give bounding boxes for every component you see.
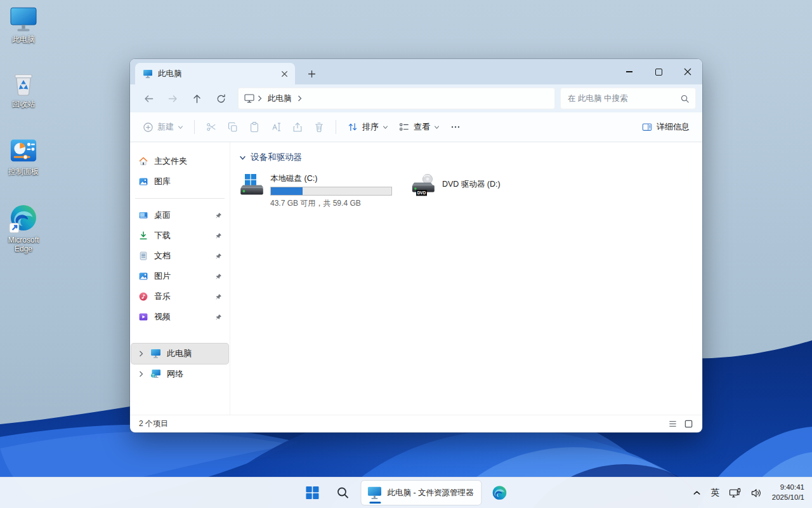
- recycle-bin-icon: [9, 69, 38, 98]
- tray-date: 2025/10/1: [772, 493, 804, 503]
- sidebar-item-videos[interactable]: 视频: [131, 307, 228, 327]
- taskbar: 此电脑 - 文件资源管理器 英 9:40:41 2025/10/1: [0, 477, 812, 508]
- search-box: [560, 88, 696, 109]
- trash-icon: [313, 121, 325, 133]
- view-button[interactable]: 查看: [393, 117, 445, 137]
- ime-indicator[interactable]: 英: [710, 487, 719, 498]
- dvd-drive-icon: DVD: [411, 173, 436, 197]
- breadcrumb-this-pc[interactable]: 此电脑: [265, 92, 294, 105]
- search-input[interactable]: [566, 93, 680, 104]
- chevron-down-icon: [178, 124, 183, 130]
- item-count: 2 个项目: [139, 418, 168, 429]
- tray-time: 9:40:41: [772, 483, 804, 493]
- more-button[interactable]: [445, 117, 466, 137]
- status-bar: 2 个项目: [130, 415, 702, 432]
- back-button[interactable]: [136, 88, 160, 109]
- desktop-icon-edge[interactable]: Microsoft Edge: [1, 203, 46, 254]
- desktop-icon-this-pc[interactable]: 此电脑: [1, 6, 46, 44]
- edge-icon: [492, 485, 508, 501]
- chevron-right-icon[interactable]: [137, 351, 145, 357]
- maximize-button[interactable]: [644, 59, 673, 84]
- breadcrumb[interactable]: 此电脑: [238, 88, 555, 109]
- new-tab-button[interactable]: [301, 64, 322, 84]
- sidebar-item-gallery[interactable]: 图库: [131, 171, 228, 192]
- downloads-icon: [138, 231, 148, 241]
- hard-drive-icon: [239, 173, 265, 209]
- close-icon: [684, 68, 691, 76]
- chevron-down-icon: [434, 124, 440, 130]
- minimize-button[interactable]: [615, 59, 644, 84]
- pin-icon: [215, 273, 222, 280]
- rename-icon: [270, 121, 282, 133]
- drive-c-tile[interactable]: 本地磁盘 (C:) 43.7 GB 可用，共 59.4 GB: [239, 173, 392, 209]
- taskbar-edge-button[interactable]: [487, 480, 513, 505]
- drive-d-tile[interactable]: DVD DVD 驱动器 (D:): [411, 173, 501, 197]
- copy-button[interactable]: [222, 117, 244, 137]
- sidebar-item-music[interactable]: 音乐: [131, 286, 228, 307]
- drive-usage-fill: [271, 187, 303, 195]
- details-pane-button[interactable]: 详细信息: [636, 117, 695, 137]
- sidebar-item-this-pc[interactable]: 此电脑: [131, 344, 228, 364]
- desktop-icon-recycle-bin[interactable]: 回收站: [1, 69, 46, 109]
- desktop-folder-icon: [138, 210, 148, 220]
- desktop-icon-label: 此电脑: [12, 35, 35, 44]
- section-devices-and-drives[interactable]: 设备和驱动器: [239, 152, 693, 163]
- search-button[interactable]: [330, 480, 355, 505]
- dvd-badge: DVD: [417, 190, 426, 195]
- active-app-indicator: [369, 502, 381, 504]
- edge-icon: [8, 203, 39, 234]
- sort-icon: [347, 121, 358, 133]
- desktop-icon-control-panel[interactable]: 控制面板: [1, 136, 46, 176]
- forward-button[interactable]: [160, 88, 185, 109]
- drive-name: 本地磁盘 (C:): [270, 173, 392, 184]
- this-pc-icon: [143, 69, 153, 79]
- pictures-icon: [138, 271, 148, 281]
- sort-button[interactable]: 排序: [342, 117, 393, 137]
- pin-icon: [215, 253, 222, 260]
- rename-button[interactable]: [265, 117, 287, 137]
- sidebar-item-network[interactable]: 网络: [131, 364, 228, 384]
- desktop-icon-label: 控制面板: [8, 167, 39, 176]
- cut-button[interactable]: [200, 117, 222, 137]
- up-button[interactable]: [185, 88, 209, 109]
- content-pane: 设备和驱动器 本地磁盘 (C:): [230, 142, 702, 415]
- view-icon: [398, 121, 410, 133]
- sidebar-item-desktop[interactable]: 桌面: [131, 205, 228, 225]
- cut-icon: [206, 121, 217, 133]
- large-icons-view-toggle[interactable]: [684, 419, 693, 429]
- refresh-button[interactable]: [209, 88, 233, 109]
- search-icon: [336, 486, 350, 500]
- file-explorer-window: 此电脑: [130, 59, 702, 432]
- pin-icon: [215, 314, 222, 321]
- desktop-icon-label: Microsoft Edge: [1, 236, 46, 254]
- sidebar-item-downloads[interactable]: 下载: [131, 225, 228, 246]
- chevron-right-icon[interactable]: [137, 371, 145, 377]
- taskbar-explorer-button[interactable]: 此电脑 - 文件资源管理器: [360, 480, 481, 505]
- close-button[interactable]: [673, 59, 702, 84]
- tray-chevron-up-icon[interactable]: [693, 489, 701, 497]
- start-button[interactable]: [299, 480, 325, 505]
- sidebar-item-documents[interactable]: 文档: [131, 246, 228, 266]
- title-bar: 此电脑: [130, 59, 702, 84]
- sidebar-item-home[interactable]: 主文件夹: [131, 151, 228, 171]
- delete-button[interactable]: [308, 117, 330, 137]
- paste-icon: [249, 121, 260, 133]
- new-button[interactable]: 新建: [138, 117, 188, 137]
- divider: [135, 198, 225, 199]
- tab-close-icon[interactable]: [277, 67, 291, 81]
- explorer-tab[interactable]: 此电脑: [135, 63, 295, 84]
- network-tray-icon[interactable]: [729, 488, 741, 498]
- home-icon: [138, 156, 148, 166]
- details-pane-icon: [641, 121, 653, 133]
- sidebar-item-pictures[interactable]: 图片: [131, 266, 228, 286]
- taskbar-clock[interactable]: 9:40:41 2025/10/1: [772, 483, 804, 502]
- address-bar: 此电脑: [130, 84, 702, 112]
- paste-button[interactable]: [244, 117, 265, 137]
- windows-logo-icon: [304, 485, 320, 500]
- volume-tray-icon[interactable]: [750, 488, 763, 498]
- list-view-toggle[interactable]: [668, 419, 678, 429]
- this-pc-icon: [9, 6, 38, 33]
- share-button[interactable]: [287, 117, 308, 137]
- desktop-icon-label: 回收站: [12, 100, 35, 109]
- plus-circle-icon: [143, 122, 154, 133]
